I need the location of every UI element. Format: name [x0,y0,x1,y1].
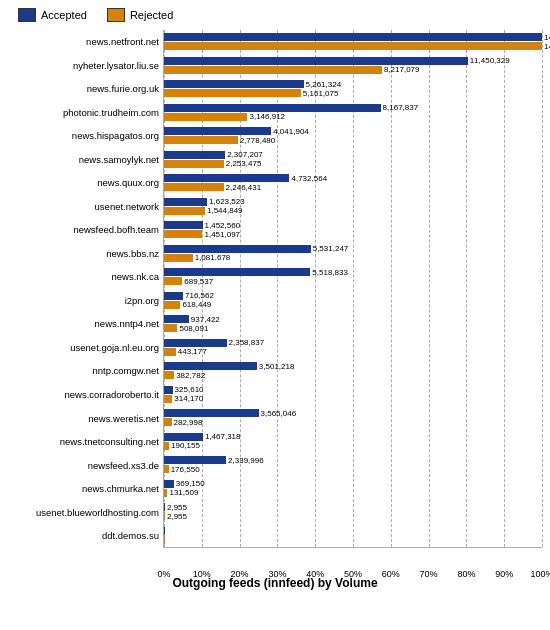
bar-row: 4,041,9042,778,480 [164,124,542,148]
rejected-bar: 2,246,431 [164,183,224,191]
bar-row: 2,9552,955 [164,500,542,524]
rejected-bar: 3,146,912 [164,113,247,121]
rejected-bar-wrap: 382,782 [164,371,542,379]
accepted-value: 716,562 [185,291,214,300]
accepted-bar: 1,452,560 [164,221,203,229]
bar-row: 11,450,3298,217,079 [164,54,542,78]
bar-pair: 2,358,837443,177 [164,339,542,356]
accepted-bar: 369,150 [164,480,174,488]
rejected-value: 190,155 [171,441,200,450]
y-label: news.bbs.nz [8,249,159,259]
rejected-bar-wrap: 1,544,849 [164,207,542,215]
rejected-bar: 282,998 [164,418,172,426]
rejected-bar-wrap: 14,253,722 [164,42,542,50]
rejected-bar-wrap: 131,509 [164,489,542,497]
bar-row: 325,610314,170 [164,383,542,407]
accepted-value: 2,307,207 [227,150,263,159]
y-label: news.samoylyk.net [8,155,159,165]
accepted-bar: 937,422 [164,315,189,323]
rejected-bar-wrap: 1,081,678 [164,254,542,262]
accepted-bar: 3,501,218 [164,362,257,370]
accepted-bar: 14,253,722 [164,33,542,41]
rejected-value: 443,177 [178,347,207,356]
rejected-bar-wrap: 176,550 [164,465,542,473]
accepted-value: 937,422 [191,315,220,324]
rejected-value: 8,217,079 [384,65,420,74]
rejected-bar: 689,537 [164,277,182,285]
accepted-bar-wrap: 5,518,833 [164,268,542,276]
grid-line [542,30,543,547]
accepted-bar-wrap: 2,339,996 [164,456,542,464]
accepted-bar-wrap: 4,732,564 [164,174,542,182]
y-label: newsfeed.xs3.de [8,461,159,471]
rejected-bar-wrap: 190,155 [164,442,542,450]
bar-pair [164,527,542,544]
rejected-value: 2,778,480 [240,136,276,145]
rejected-bar: 618,449 [164,301,180,309]
bar-row: 5,518,833689,537 [164,265,542,289]
accepted-bar-wrap: 14,253,722 [164,33,542,41]
rejected-value: 1,451,097 [204,230,240,239]
rejected-value: 176,550 [171,465,200,474]
chart-container: Accepted Rejected news.netfront.netnyhet… [0,0,550,630]
bar-row: 2,307,2072,253,475 [164,148,542,172]
rejected-bar-wrap: 443,177 [164,348,542,356]
bar-row: 3,565,046282,998 [164,406,542,430]
accepted-bar-wrap: 1,623,523 [164,198,542,206]
accepted-bar: 5,261,324 [164,80,304,88]
y-label: news.weretis.net [8,414,159,424]
rejected-bar-wrap: 2,246,431 [164,183,542,191]
accepted-bar-wrap: 716,562 [164,292,542,300]
accepted-label: Accepted [41,9,87,21]
accepted-value: 1,467,318 [205,432,241,441]
rejected-bar: 8,217,079 [164,66,382,74]
rejected-value: 314,170 [174,394,203,403]
x-tick: 30% [268,569,286,579]
accepted-box [18,8,36,22]
rejected-bar: 314,170 [164,395,172,403]
x-tick: 60% [382,569,400,579]
accepted-bar-wrap: 2,307,207 [164,151,542,159]
rejected-bar: 2,253,475 [164,160,224,168]
bar-row: 4,732,5642,246,431 [164,171,542,195]
accepted-bar-wrap: 2,358,837 [164,339,542,347]
bar-pair: 1,623,5231,544,849 [164,198,542,215]
rejected-value: 2,955 [167,512,187,521]
accepted-bar: 11,450,329 [164,57,468,65]
rejected-bar: 2,778,480 [164,136,238,144]
accepted-value: 4,732,564 [291,174,327,183]
rejected-bar: 1,451,097 [164,230,202,238]
accepted-value: 3,565,046 [261,409,297,418]
x-tick: 70% [420,569,438,579]
bars-section: 0%10%20%30%40%50%60%70%80%90%100% 14,253… [163,30,542,548]
bar-pair: 2,307,2072,253,475 [164,151,542,168]
accepted-value: 8,167,837 [383,103,419,112]
rejected-value: 618,449 [182,300,211,309]
rejected-value: 1,544,849 [207,206,243,215]
accepted-bar: 716,562 [164,292,183,300]
legend-rejected: Rejected [107,8,173,22]
rejected-bar: 443,177 [164,348,176,356]
chart-area: news.netfront.netnyheter.lysator.liu.sen… [8,30,542,548]
y-label: news.tnetconsulting.net [8,437,159,447]
rejected-bar: 508,091 [164,324,177,332]
accepted-bar-wrap: 3,501,218 [164,362,542,370]
rejected-bar: 1,544,849 [164,207,205,215]
y-label: usenet.goja.nl.eu.org [8,343,159,353]
rejected-bar: 14,253,722 [164,42,542,50]
y-label: news.nk.ca [8,272,159,282]
rejected-bar-wrap: 1,451,097 [164,230,542,238]
rejected-value: 5,161,075 [303,89,339,98]
accepted-value: 3,501,218 [259,362,295,371]
x-tick: 50% [344,569,362,579]
rejected-bar [164,536,165,544]
accepted-bar: 4,041,904 [164,127,271,135]
accepted-bar: 4,732,564 [164,174,289,182]
accepted-bar: 5,518,833 [164,268,310,276]
bar-pair: 3,565,046282,998 [164,409,542,426]
accepted-value: 325,610 [175,385,204,394]
x-tick: 40% [306,569,324,579]
y-labels: news.netfront.netnyheter.lysator.liu.sen… [8,30,163,548]
rejected-bar-wrap: 5,161,075 [164,89,542,97]
accepted-value: 5,518,833 [312,268,348,277]
